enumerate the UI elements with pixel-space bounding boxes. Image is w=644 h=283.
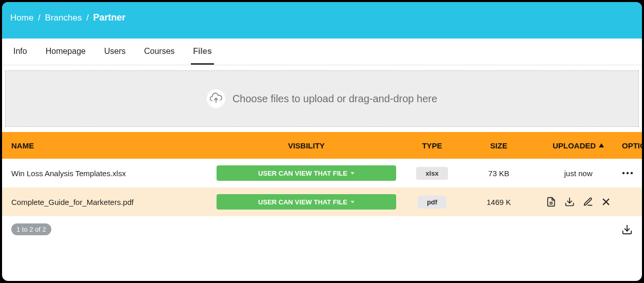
- file-size: 73 KB: [463, 169, 535, 178]
- close-icon[interactable]: [601, 197, 611, 206]
- column-uploaded[interactable]: UPLOADED: [535, 141, 622, 150]
- column-options: OPTIONS: [622, 141, 642, 150]
- sort-asc-icon: [599, 143, 604, 147]
- breadcrumb-branches[interactable]: Branches: [45, 13, 82, 23]
- file-size: 1469 K: [463, 198, 535, 206]
- upload-dropzone[interactable]: Choose files to upload or drag-and-drop …: [5, 70, 639, 127]
- column-size[interactable]: SIZE: [463, 141, 535, 150]
- breadcrumb-home[interactable]: Home: [10, 13, 33, 23]
- files-table: NAME VISBILITY TYPE SIZE UPLOADED OPTION…: [2, 132, 642, 216]
- svg-point-3: [631, 172, 633, 174]
- file-name[interactable]: Complete_Guide_for_Marketers.pdf: [11, 198, 211, 206]
- breadcrumb-current: Partner: [93, 12, 126, 23]
- visibility-label: USER CAN VIEW THAT FILE: [258, 169, 347, 177]
- file-uploaded: [535, 197, 622, 207]
- table-header: NAME VISBILITY TYPE SIZE UPLOADED OPTION…: [2, 132, 642, 159]
- svg-marker-0: [599, 143, 604, 147]
- chevron-down-icon: [350, 172, 355, 175]
- header-bar: Home / Branches / Partner: [2, 2, 642, 39]
- cloud-upload-icon: [207, 89, 225, 108]
- file-type-badge: xlsx: [416, 167, 447, 180]
- visibility-dropdown[interactable]: USER CAN VIEW THAT FILE: [217, 165, 396, 181]
- download-icon[interactable]: [564, 197, 575, 207]
- tab-files[interactable]: Files: [191, 39, 213, 65]
- app-frame: Home / Branches / Partner Info Homepage …: [2, 2, 642, 281]
- breadcrumb-sep: /: [38, 13, 41, 23]
- tab-homepage[interactable]: Homepage: [44, 39, 88, 65]
- upload-text: Choose files to upload or drag-and-drop …: [232, 93, 437, 105]
- svg-point-2: [627, 172, 629, 174]
- table-footer: 1 to 2 of 2: [2, 216, 642, 242]
- visibility-label: USER CAN VIEW THAT FILE: [258, 198, 347, 206]
- file-icon[interactable]: [546, 197, 556, 207]
- tabs: Info Homepage Users Courses Files: [2, 39, 642, 65]
- tab-info[interactable]: Info: [11, 39, 29, 65]
- download-all-icon[interactable]: [621, 224, 633, 235]
- svg-point-1: [622, 172, 625, 174]
- table-row: Complete_Guide_for_Marketers.pdf USER CA…: [2, 187, 642, 216]
- column-name[interactable]: NAME: [11, 141, 211, 150]
- breadcrumb-sep: /: [86, 13, 89, 23]
- pager-info: 1 to 2 of 2: [11, 223, 51, 235]
- chevron-down-icon: [350, 201, 355, 203]
- more-options-icon[interactable]: [622, 172, 633, 175]
- column-visibility[interactable]: VISBILITY: [211, 141, 401, 150]
- file-type-badge: pdf: [418, 196, 446, 209]
- column-uploaded-label: UPLOADED: [553, 141, 596, 150]
- file-uploaded: just now: [535, 169, 622, 178]
- visibility-dropdown[interactable]: USER CAN VIEW THAT FILE: [217, 194, 396, 210]
- file-name[interactable]: Win Loss Analysis Templates.xlsx: [11, 169, 211, 178]
- column-type[interactable]: TYPE: [401, 141, 463, 150]
- table-row: Win Loss Analysis Templates.xlsx USER CA…: [2, 159, 642, 187]
- edit-icon[interactable]: [583, 197, 593, 207]
- tab-users[interactable]: Users: [102, 39, 128, 65]
- tab-courses[interactable]: Courses: [142, 39, 177, 65]
- breadcrumb: Home / Branches / Partner: [10, 12, 634, 23]
